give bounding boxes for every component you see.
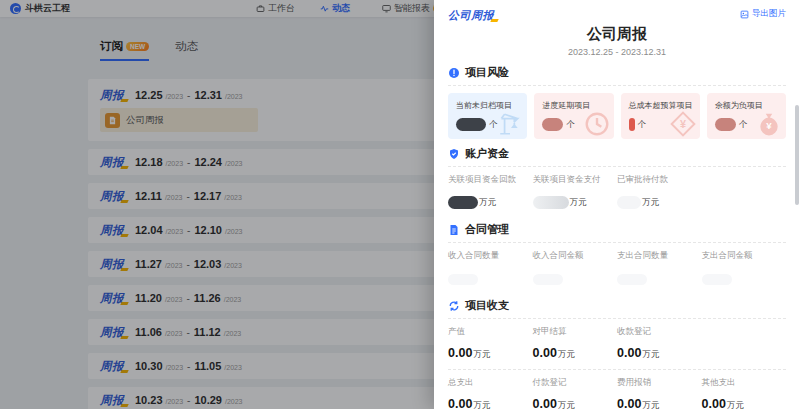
risk-card: 进度延期项目 个 bbox=[534, 93, 613, 139]
risk-card: 总成本超预算项目 个 bbox=[621, 93, 700, 139]
risk-card-label: 余额为负项目 bbox=[715, 100, 778, 111]
metric-value: 0.00 bbox=[533, 346, 557, 360]
metric: 产值 0.00万元 bbox=[448, 326, 533, 361]
metric-label: 支出合同数量 bbox=[617, 250, 702, 262]
metric-row: 关联项目资金回款 万元 关联项目资金支付 万元 已审批待付款 万元 bbox=[448, 174, 786, 209]
risk-card-label: 总成本超预算项目 bbox=[629, 100, 692, 111]
metric-label: 付款登记 bbox=[533, 377, 618, 389]
metric-value: 0.00 bbox=[617, 397, 641, 409]
metric-label: 收入合同金额 bbox=[533, 250, 618, 262]
app-root: 斗栱云工程 工作台 动态 智能报表 NEW 订阅 NEW 动态 周报 12.25… bbox=[0, 0, 800, 409]
redacted-value bbox=[533, 196, 569, 209]
moneybag-icon bbox=[756, 111, 782, 137]
section-title: 账户资金 bbox=[465, 146, 509, 161]
section-header: 项目收支 bbox=[448, 298, 786, 313]
metric: 已审批待付款 万元 bbox=[617, 174, 702, 209]
weekly-report-logo: 公司周报 bbox=[448, 8, 494, 23]
metric-label: 关联项目资金回款 bbox=[448, 174, 533, 186]
image-icon bbox=[740, 10, 749, 19]
redacted-value bbox=[456, 118, 486, 131]
metric-row: 产值 0.00万元 对甲结算 0.00万元 收款登记 0.00万元 bbox=[448, 326, 786, 361]
metric-label: 对甲结算 bbox=[533, 326, 618, 338]
drawer-header: 公司周报 导出图片 bbox=[448, 8, 786, 23]
metric-label: 其他支出 bbox=[702, 377, 787, 389]
metric: 付款登记 0.00万元 bbox=[533, 377, 618, 409]
redacted-value bbox=[533, 274, 563, 285]
metric-value: 0.00 bbox=[533, 397, 557, 409]
risk-cards: 当前未归档项目 个 进度延期项目 个 总成本超预算项目 个 余额为负项目 个 bbox=[448, 93, 786, 139]
crane-icon bbox=[497, 111, 523, 137]
report-date-range: 2023.12.25 - 2023.12.31 bbox=[448, 47, 786, 57]
metric-value: 0.00 bbox=[702, 397, 726, 409]
cycle-icon bbox=[448, 300, 460, 312]
metric: 关联项目资金回款 万元 bbox=[448, 174, 533, 209]
export-image-button[interactable]: 导出图片 bbox=[740, 8, 786, 20]
redacted-value bbox=[617, 196, 641, 209]
metric: 收款登记 0.00万元 bbox=[617, 326, 702, 361]
metric-label: 关联项目资金支付 bbox=[533, 174, 618, 186]
risk-card: 当前未归档项目 个 bbox=[448, 93, 527, 139]
metric: 对甲结算 0.00万元 bbox=[533, 326, 618, 361]
metric-label: 已审批待付款 bbox=[617, 174, 702, 186]
export-image-label: 导出图片 bbox=[752, 8, 786, 20]
redacted-value bbox=[702, 274, 732, 285]
metric: 支出合同金额 bbox=[702, 250, 787, 285]
metric-value: 0.00 bbox=[448, 397, 472, 409]
metric: 总支出 0.00万元 bbox=[448, 377, 533, 409]
shield-icon bbox=[448, 148, 460, 160]
metric: 支出合同数量 bbox=[617, 250, 702, 285]
metric: 关联项目资金支付 万元 bbox=[533, 174, 618, 209]
redacted-value bbox=[617, 274, 647, 285]
redacted-value bbox=[715, 118, 736, 131]
redacted-value bbox=[629, 118, 635, 131]
metric-label: 总支出 bbox=[448, 377, 533, 389]
metric: 其他支出 0.00万元 bbox=[702, 377, 787, 409]
metric-value: 0.00 bbox=[448, 346, 472, 360]
risk-card-label: 进度延期项目 bbox=[542, 100, 605, 111]
metric-label: 费用报销 bbox=[617, 377, 702, 389]
risk-card: 余额为负项目 个 bbox=[707, 93, 786, 139]
metric-row: 收入合同数量 收入合同金额 支出合同数量 支出合同金额 bbox=[448, 250, 786, 285]
metric-label: 支出合同金额 bbox=[702, 250, 787, 262]
metric-label: 收入合同数量 bbox=[448, 250, 533, 262]
redacted-value bbox=[542, 118, 563, 131]
yuan-icon bbox=[670, 111, 696, 137]
section-header: 账户资金 bbox=[448, 146, 786, 161]
metric-label: 收款登记 bbox=[617, 326, 702, 338]
doc-icon bbox=[448, 224, 460, 236]
section-title: 项目收支 bbox=[465, 298, 509, 313]
section-title: 项目风险 bbox=[465, 65, 509, 80]
redacted-value bbox=[448, 274, 478, 285]
section-header: 项目风险 bbox=[448, 65, 786, 80]
risk-card-label: 当前未归档项目 bbox=[456, 100, 519, 111]
drawer-scrollbar[interactable] bbox=[795, 105, 799, 205]
weekly-report-drawer: 公司周报 导出图片 公司周报 2023.12.25 - 2023.12.31 项… bbox=[434, 0, 800, 409]
metric-row: 总支出 0.00万元 付款登记 0.00万元 费用报销 0.00万元 其他支出 … bbox=[448, 377, 786, 409]
metric: 收入合同数量 bbox=[448, 250, 533, 285]
metric: 费用报销 0.00万元 bbox=[617, 377, 702, 409]
report-title: 公司周报 bbox=[448, 25, 786, 44]
metric-value: 0.00 bbox=[617, 346, 641, 360]
metric-label: 产值 bbox=[448, 326, 533, 338]
redacted-value bbox=[448, 196, 478, 209]
clock-icon bbox=[584, 111, 610, 137]
section-header: 合同管理 bbox=[448, 222, 786, 237]
alert-icon bbox=[448, 67, 460, 79]
section-title: 合同管理 bbox=[465, 222, 509, 237]
metric: 收入合同金额 bbox=[533, 250, 618, 285]
